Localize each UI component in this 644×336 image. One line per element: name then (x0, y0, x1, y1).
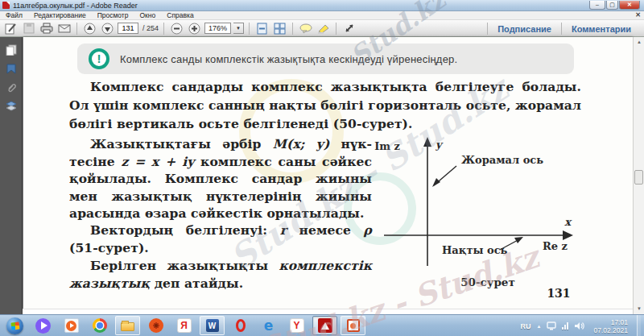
zoom-in-button[interactable] (187, 22, 202, 35)
chrome-icon (93, 318, 107, 333)
taskbar-adobe-reader-icon[interactable] (312, 316, 337, 335)
scroll-down-icon[interactable]: ▼ (634, 304, 644, 314)
y-axis-label: y (435, 139, 444, 151)
menu-file[interactable]: Файл (0, 11, 28, 19)
complex-plane-figure: Im z y Жорамал ось x Re z Нақты ось (371, 137, 605, 276)
zoom-out-button[interactable] (169, 22, 184, 35)
tray-time: 17:01 (593, 318, 628, 326)
email-button[interactable] (56, 22, 72, 35)
menubar-close-icon[interactable]: ✕ (635, 11, 641, 19)
highlighter-icon (317, 23, 330, 34)
fit-width-icon (256, 23, 268, 35)
x-axis-label: x (564, 216, 572, 228)
network-icon[interactable] (562, 322, 568, 330)
film-reel-icon (149, 318, 163, 333)
diagonal-arrows-icon (344, 23, 355, 34)
fit-page-icon (274, 23, 286, 35)
menu-window[interactable]: Окно (134, 11, 162, 19)
start-button[interactable] (2, 316, 27, 335)
media-player-icon (64, 318, 79, 333)
taskbar-media-player-icon[interactable] (59, 316, 84, 335)
navigation-sidebar (0, 37, 23, 314)
clock[interactable]: 17:01 07.02.2021 (593, 318, 628, 334)
minimize-button[interactable]: – (589, 1, 605, 10)
zoom-dropdown-arrow-icon[interactable]: ▼ (233, 23, 244, 34)
comment-button[interactable] (298, 22, 313, 35)
menu-view[interactable]: Просмотр (92, 11, 134, 19)
taskbar-explorer-icon[interactable] (115, 316, 140, 335)
sign-document-button[interactable] (3, 22, 19, 35)
show-desktop-button[interactable] (637, 315, 641, 336)
envelope-icon (58, 24, 71, 33)
highlight-button[interactable] (316, 22, 331, 35)
bookmarks-panel-icon[interactable] (5, 62, 18, 75)
taskbar-film-player-icon[interactable] (143, 316, 168, 335)
powerpoint-icon (347, 319, 360, 332)
taskbar-ie-icon[interactable]: e (256, 316, 281, 335)
comments-pane-button[interactable]: Комментарии (562, 24, 641, 34)
imaginary-axis-label: Жорамал ось (461, 154, 543, 166)
volume-icon[interactable] (574, 321, 584, 330)
taskbar-yandex-browser-icon[interactable]: Я (171, 316, 196, 335)
vertical-scrollbar[interactable]: ▲ ▼ (633, 37, 644, 314)
window-title: 11алгебра.окулык.pdf - Adobe Reader (13, 2, 138, 10)
title-bar: 11алгебра.окулык.pdf - Adobe Reader (0, 0, 644, 11)
yandex-browser-icon: Я (177, 318, 192, 333)
page-number-input[interactable] (118, 23, 138, 34)
taskbar-alice-icon[interactable] (31, 316, 56, 335)
previous-page-button[interactable] (82, 22, 97, 35)
language-indicator[interactable]: RU (521, 322, 531, 330)
adobe-reader-app-icon (2, 2, 10, 9)
scroll-up-icon[interactable]: ▲ (634, 37, 644, 48)
horizontal-scroll-strip (23, 309, 633, 314)
exclamation-circle-icon: ! (89, 48, 109, 69)
paragraph-4: Берілген жазықтықты комплекстік жазықтық… (69, 257, 372, 292)
im-axis-label: Im z (374, 140, 400, 152)
page-thumbnails-icon[interactable] (5, 44, 18, 56)
taskbar-chrome-icon[interactable] (87, 316, 112, 335)
taskbar-powerpoint-icon[interactable] (341, 316, 365, 335)
folder-icon (121, 322, 134, 331)
attachments-paperclip-icon[interactable] (5, 81, 18, 93)
scrollbar-thumb[interactable] (634, 170, 643, 185)
taskbar: Я W e Y RU ▲ 17:01 07.02.2021 (0, 314, 644, 336)
printer-icon (40, 23, 53, 34)
layers-panel-icon[interactable] (5, 99, 18, 112)
opera-icon (236, 319, 246, 332)
menu-bar: Файл Редактирование Просмотр Окно Справк… (0, 11, 644, 20)
next-page-button[interactable] (100, 22, 115, 35)
page-total-label: / 254 (142, 24, 159, 32)
real-axis-label: Нақты ось (442, 244, 508, 256)
taskbar-word-icon[interactable]: W (200, 316, 225, 335)
system-tray: RU ▲ 17:01 07.02.2021 (521, 315, 642, 336)
menu-edit[interactable]: Редактирование (28, 11, 92, 19)
paragraph-3: Вектордың белгіленуі: r немесе ρ (51-сур… (69, 222, 372, 256)
paragraph-1: Комплекс сандарды комплекс жазықтықта бе… (69, 77, 581, 133)
document-area: ! Комплекс санды комплекстік жазықтықта … (23, 37, 644, 314)
minus-circle-icon (171, 23, 183, 35)
plus-circle-icon (188, 23, 200, 35)
print-button[interactable] (39, 22, 54, 35)
zoom-level-value[interactable]: 176% (204, 23, 231, 34)
callout-text: Комплекс санды комплекстік жазықтықта ке… (120, 53, 457, 65)
hidden-icons-arrow-icon[interactable]: ▲ (537, 324, 542, 329)
save-button[interactable] (21, 22, 36, 35)
taskbar-opera-icon[interactable] (228, 316, 253, 335)
pen-page-icon (5, 23, 17, 35)
tray-date: 07.02.2021 (593, 326, 628, 334)
maximize-button[interactable]: ▢ (606, 1, 618, 10)
fit-page-button[interactable] (272, 22, 287, 35)
toolbar: / 254 176% ▼ Подписание Комментарии (0, 20, 644, 37)
re-axis-label: Re z (543, 240, 568, 252)
floppy-disk-icon (23, 23, 35, 34)
sign-pane-button[interactable]: Подписание (488, 24, 561, 34)
yandex-y-icon: Y (290, 318, 304, 333)
fit-width-button[interactable] (254, 22, 270, 35)
word-icon: W (206, 319, 219, 332)
learning-objective-callout: ! Комплекс санды комплекстік жазықтықта … (77, 44, 574, 74)
taskbar-yandex-icon[interactable]: Y (284, 316, 309, 335)
action-center-icon[interactable] (547, 321, 556, 330)
menu-help[interactable]: Справка (161, 11, 199, 19)
fullscreen-button[interactable] (341, 22, 357, 35)
close-button[interactable]: ✕ (619, 1, 640, 10)
